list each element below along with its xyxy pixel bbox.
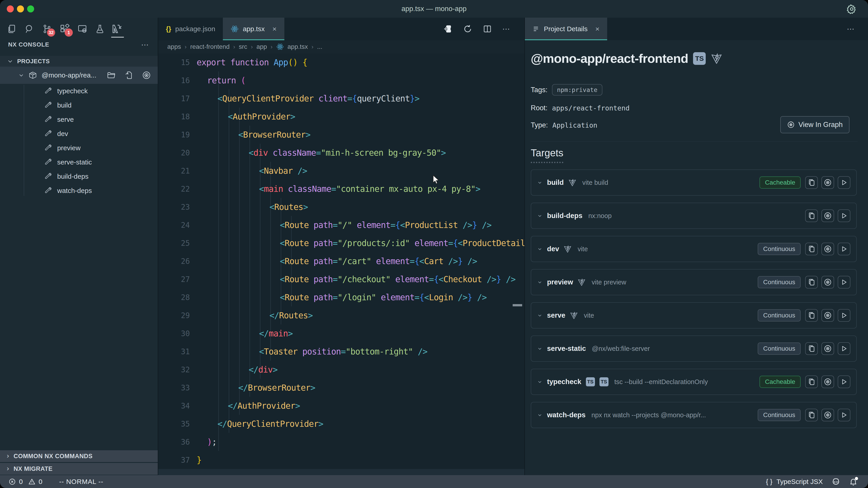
chevron-down-icon[interactable] — [537, 213, 542, 219]
view-in-graph-button[interactable] — [822, 309, 834, 322]
close-icon[interactable]: × — [272, 25, 277, 33]
remote-explorer-icon[interactable] — [77, 24, 88, 34]
errors-count[interactable]: 0 — [19, 478, 23, 486]
code-line-37[interactable]: 37} — [158, 451, 524, 469]
more-actions-icon[interactable]: ⋯ — [141, 42, 150, 47]
search-icon[interactable] — [24, 24, 35, 34]
file-refresh-icon[interactable] — [124, 71, 133, 80]
code-line-23[interactable]: 23<Routes> — [158, 198, 524, 216]
view-in-graph-button[interactable] — [822, 376, 834, 388]
code-line-15[interactable]: 15export function App() { — [158, 53, 524, 71]
tab-project-details[interactable]: Project Details × — [525, 18, 607, 40]
code-line-38[interactable]: 38 — [158, 469, 524, 475]
target-card-build-deps[interactable]: build-depsnx:noop — [531, 203, 857, 229]
run-target-button[interactable] — [838, 209, 850, 222]
copy-button[interactable] — [805, 342, 818, 355]
code-line-18[interactable]: 18<AuthProvider> — [158, 107, 524, 126]
project-row[interactable]: @mono-app/rea... — [0, 67, 158, 84]
chevron-down-icon[interactable] — [537, 313, 542, 318]
code-line-32[interactable]: 32</div> — [158, 361, 524, 379]
breadcrumb-item[interactable]: app — [256, 43, 267, 51]
view-in-graph-button[interactable] — [822, 276, 834, 289]
copy-button[interactable] — [805, 242, 818, 255]
run-target-button[interactable] — [838, 342, 850, 355]
view-in-graph-button[interactable] — [822, 242, 834, 255]
language-mode[interactable]: { } TypeScript JSX — [766, 478, 823, 486]
chevron-down-icon[interactable] — [537, 412, 542, 418]
breadcrumb-item[interactable]: ... — [317, 43, 322, 51]
split-editor-icon[interactable] — [483, 24, 492, 33]
tab-package-json[interactable]: {} package.json — [158, 18, 223, 40]
target-card-serve[interactable]: serveviteContinuous — [531, 302, 857, 328]
code-line-20[interactable]: 20<div className="min-h-screen bg-gray-5… — [158, 144, 524, 162]
errors-icon[interactable] — [8, 478, 16, 485]
copy-button[interactable] — [805, 409, 818, 421]
code-line-17[interactable]: 17<QueryClientProvider client={queryClie… — [158, 90, 524, 107]
view-in-graph-button[interactable] — [822, 409, 834, 421]
target-icon[interactable] — [142, 71, 151, 80]
chevron-down-icon[interactable] — [537, 180, 542, 185]
code-line-35[interactable]: 35</QueryClientProvider> — [158, 415, 524, 433]
chevron-down-icon[interactable] — [537, 280, 542, 285]
chevron-down-icon[interactable] — [537, 379, 542, 385]
copy-button[interactable] — [805, 376, 818, 388]
warnings-count[interactable]: 0 — [39, 478, 42, 486]
target-card-typecheck[interactable]: typecheckTSTStsc --build --emitDeclarati… — [531, 369, 857, 395]
code-line-27[interactable]: 27<Route path="/checkout" element={<Chec… — [158, 270, 524, 288]
vim-mode-indicator[interactable]: -- NORMAL -- — [59, 478, 103, 486]
notifications-bell[interactable] — [849, 477, 858, 486]
code-line-29[interactable]: 29</Routes> — [158, 306, 524, 324]
folder-icon[interactable] — [107, 71, 116, 80]
project-settings-icon[interactable] — [443, 24, 453, 34]
code-line-36[interactable]: 36); — [158, 433, 524, 451]
refresh-icon[interactable] — [463, 24, 472, 34]
code-editor[interactable]: 15export function App() {16return (17<Qu… — [158, 53, 524, 475]
source-control-icon[interactable]: 32 — [41, 24, 53, 34]
sidebar-section-nx-migrate[interactable]: › NX MIGRATE — [0, 463, 158, 475]
code-line-34[interactable]: 34</AuthProvider> — [158, 397, 524, 415]
run-target-button[interactable] — [838, 376, 850, 388]
projects-section-header[interactable]: PROJECTS — [0, 56, 158, 67]
settings-gear-icon[interactable] — [847, 4, 857, 14]
view-in-graph-button[interactable]: View In Graph — [780, 116, 849, 133]
code-line-21[interactable]: 21<Navbar /> — [158, 162, 524, 180]
target-card-serve-static[interactable]: serve-static@nx/web:file-serverContinuou… — [531, 335, 857, 362]
sidebar-section-common-commands[interactable]: › COMMON NX COMMANDS — [0, 450, 158, 462]
breadcrumb-item[interactable]: app.tsx — [287, 43, 308, 51]
chevron-down-icon[interactable] — [537, 246, 542, 252]
run-target-button[interactable] — [838, 276, 850, 289]
view-in-graph-button[interactable] — [822, 176, 834, 189]
target-card-preview[interactable]: previewvite previewContinuous — [531, 269, 857, 295]
breadcrumb-item[interactable]: src — [239, 43, 247, 51]
breadcrumb-item[interactable]: react-frontend — [190, 43, 229, 51]
copilot-icon[interactable] — [831, 477, 840, 486]
view-in-graph-button[interactable] — [822, 209, 834, 222]
target-card-dev[interactable]: devviteContinuous — [531, 236, 857, 262]
run-target-button[interactable] — [838, 242, 850, 255]
code-line-16[interactable]: 16return ( — [158, 71, 524, 90]
more-actions-icon[interactable]: ⋯ — [502, 27, 511, 31]
code-line-24[interactable]: 24<Route path="/" element={<ProductList … — [158, 216, 524, 234]
copy-button[interactable] — [805, 209, 818, 222]
run-target-button[interactable] — [838, 309, 850, 322]
code-line-19[interactable]: 19<BrowserRouter> — [158, 126, 524, 144]
nx-console-icon[interactable] — [112, 24, 123, 34]
code-line-33[interactable]: 33</BrowserRouter> — [158, 379, 524, 397]
code-line-30[interactable]: 30</main> — [158, 324, 524, 343]
code-line-26[interactable]: 26<Route path="/cart" element={<Cart />}… — [158, 252, 524, 270]
code-line-31[interactable]: 31<Toaster position="bottom-right" /> — [158, 343, 524, 361]
view-in-graph-button[interactable] — [822, 342, 834, 355]
testing-flask-icon[interactable] — [94, 24, 105, 34]
copy-button[interactable] — [805, 276, 818, 289]
tab-app-tsx[interactable]: app.tsx × — [223, 18, 284, 40]
copy-button[interactable] — [805, 309, 818, 322]
target-card-build[interactable]: buildvite buildCacheable — [531, 169, 857, 196]
code-line-25[interactable]: 25<Route path="/products/:id" element={<… — [158, 234, 524, 252]
more-actions-icon[interactable]: ⋯ — [847, 27, 855, 31]
chevron-down-icon[interactable] — [537, 346, 542, 351]
run-target-button[interactable] — [838, 176, 850, 189]
close-icon[interactable]: × — [595, 25, 599, 33]
explorer-icon[interactable] — [6, 24, 17, 34]
warnings-icon[interactable] — [28, 478, 35, 485]
code-line-28[interactable]: 28<Route path="/login" element={<Login /… — [158, 288, 524, 306]
